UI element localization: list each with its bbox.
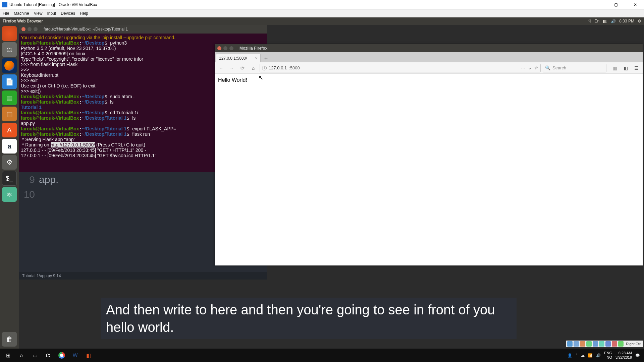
address-bar[interactable]: i 127.0.0.1:5000 ⋯ ⌄ ☆: [260, 64, 541, 72]
new-tab-button[interactable]: +: [262, 54, 270, 62]
chrome-taskbar-icon[interactable]: [55, 349, 68, 362]
writer-icon[interactable]: 📄: [2, 74, 17, 89]
action-center-icon[interactable]: 💬: [635, 353, 640, 358]
tab-label: 127.0.0.1:5000/: [219, 56, 247, 61]
vb-display-icon[interactable]: [605, 341, 611, 347]
word-taskbar-icon[interactable]: W: [68, 349, 82, 362]
vb-disk-icon[interactable]: [567, 341, 573, 347]
firefox-icon[interactable]: [2, 58, 17, 73]
maximize-button[interactable]: ▢: [609, 1, 623, 8]
virtualbox-icon: [2, 2, 7, 7]
browser-tab[interactable]: 127.0.0.1:5000/ ×: [216, 54, 261, 62]
search-placeholder: Search: [552, 65, 566, 70]
sound-icon[interactable]: 🔊: [611, 19, 616, 23]
virtualbox-menu: File Machine View Input Devices Help: [0, 9, 644, 17]
vb-hostkey-icon[interactable]: [618, 341, 624, 347]
menu-devices[interactable]: Devices: [61, 11, 75, 16]
reload-button[interactable]: ⟳: [238, 64, 247, 72]
site-info-icon[interactable]: i: [262, 66, 267, 70]
search-icon: 🔍: [545, 65, 550, 70]
atom-icon[interactable]: ⚛: [2, 187, 17, 202]
firefox-title: Mozilla Firefox: [239, 46, 267, 51]
maximize-icon[interactable]: [34, 27, 38, 31]
subtitle-line1: And then write to here and then you're g…: [106, 301, 511, 318]
minimize-icon[interactable]: [28, 27, 32, 31]
minimize-icon[interactable]: [223, 46, 227, 50]
software-icon[interactable]: A: [2, 123, 17, 137]
search-bar[interactable]: 🔍 Search: [543, 64, 606, 72]
language-tray[interactable]: ENG NO: [604, 351, 612, 360]
calc-icon[interactable]: ▦: [2, 90, 17, 105]
wifi-icon[interactable]: 📶: [588, 353, 593, 358]
bookmark-star-icon[interactable]: ☆: [534, 65, 538, 70]
page-text: Hello World!: [218, 77, 247, 83]
home-button[interactable]: ⌂: [249, 64, 258, 72]
terminal-icon[interactable]: $_: [2, 171, 17, 186]
menu-file[interactable]: File: [3, 11, 9, 16]
taskbar-clock[interactable]: 6:23 AM 3/22/2019: [615, 351, 632, 360]
virtualbox-title: Ubuntu Tutorial [Running] - Oracle VM Vi…: [9, 2, 590, 7]
firefox-tab-bar: 127.0.0.1:5000/ × +: [215, 52, 643, 62]
terminal-titlebar: farouk@farouk-VirtualBox: ~/Desktop/Tuto…: [19, 25, 267, 34]
url-port: :5000: [289, 65, 300, 70]
ubuntu-launcher: 🗂 📄 ▦ ▤ A a ⚙ $_ ⚛ 🗑: [0, 25, 19, 349]
atom-line-number: 9: [19, 174, 39, 185]
hamburger-menu-icon[interactable]: ☰: [632, 64, 641, 72]
forward-button[interactable]: →: [227, 64, 236, 72]
menu-input[interactable]: Input: [47, 11, 56, 16]
back-button[interactable]: ←: [217, 64, 225, 72]
files-icon[interactable]: 🗂: [2, 42, 17, 57]
ubuntu-desktop: 🗂 📄 ▦ ▤ A a ⚙ $_ ⚛ 🗑 9 app. 10 Tutorial …: [0, 25, 644, 349]
network-updown-icon[interactable]: ⇅: [588, 19, 591, 23]
maximize-icon[interactable]: [229, 46, 233, 50]
tray-chevron-icon[interactable]: ˄: [576, 353, 578, 358]
windows-taskbar: ⊞ ⌕ ▭ 🗂 W ◧ 👤 ˄ ☁ 📶 🔊 ENG NO 6:23 AM 3/2…: [0, 349, 644, 362]
active-app-label: Firefox Web Browser: [3, 19, 588, 23]
start-button[interactable]: ⊞: [1, 349, 15, 362]
library-icon[interactable]: ▥: [610, 64, 619, 72]
firefox-window[interactable]: Mozilla Firefox 127.0.0.1:5000/ × + ← → …: [215, 44, 643, 265]
tab-close-icon[interactable]: ×: [255, 56, 258, 61]
virtualbox-titlebar: Ubuntu Tutorial [Running] - Oracle VM Vi…: [0, 0, 644, 9]
page-content: Hello World!: [215, 74, 643, 86]
atom-line-number: 10: [19, 189, 39, 200]
task-view-button[interactable]: ▭: [28, 349, 42, 362]
virtualbox-taskbar-icon[interactable]: ◧: [82, 349, 95, 362]
vb-shared-icon[interactable]: [599, 341, 604, 347]
subtitle-line2: hello world.: [106, 318, 511, 336]
vb-recording-icon[interactable]: [612, 341, 617, 347]
onedrive-icon[interactable]: ☁: [581, 353, 585, 358]
vb-usb-icon[interactable]: [593, 341, 598, 347]
menu-machine[interactable]: Machine: [14, 11, 29, 16]
sidebar-icon[interactable]: ◧: [621, 64, 630, 72]
amazon-icon[interactable]: a: [2, 139, 17, 154]
vb-optical-icon[interactable]: [574, 341, 579, 347]
page-actions-icon[interactable]: ⋯: [521, 65, 525, 70]
terminal-title: farouk@farouk-VirtualBox: ~/Desktop/Tuto…: [44, 27, 128, 32]
people-icon[interactable]: 👤: [568, 353, 572, 358]
settings-icon[interactable]: ⚙: [2, 155, 17, 170]
menu-help[interactable]: Help: [80, 11, 88, 16]
dash-icon[interactable]: [2, 26, 17, 41]
volume-icon[interactable]: 🔊: [596, 353, 601, 358]
close-button[interactable]: ✕: [629, 1, 642, 8]
pocket-icon[interactable]: ⌄: [528, 65, 532, 70]
menu-view[interactable]: View: [34, 11, 43, 16]
search-button[interactable]: ⌕: [15, 349, 28, 362]
gear-icon[interactable]: ⚙: [638, 19, 641, 23]
firefox-toolbar: ← → ⟳ ⌂ i 127.0.0.1:5000 ⋯ ⌄ ☆ 🔍 Search …: [215, 62, 643, 74]
close-icon[interactable]: [217, 46, 221, 50]
system-tray: 👤 ˄ ☁ 📶 🔊 ENG NO 6:23 AM 3/22/2019 💬: [568, 351, 643, 360]
minimize-button[interactable]: —: [590, 1, 603, 8]
vb-audio-icon[interactable]: [580, 341, 585, 347]
vb-network-icon[interactable]: [586, 341, 592, 347]
close-icon[interactable]: [21, 27, 25, 31]
language-indicator[interactable]: En: [595, 19, 600, 23]
battery-icon[interactable]: ▮▯: [603, 19, 607, 23]
file-explorer-icon[interactable]: 🗂: [42, 349, 55, 362]
clock[interactable]: 8:33 PM: [619, 19, 634, 23]
url-host: 127.0.0.1: [269, 65, 287, 70]
impress-icon[interactable]: ▤: [2, 107, 17, 121]
atom-code-line[interactable]: app.: [39, 174, 58, 185]
trash-icon[interactable]: 🗑: [2, 332, 17, 347]
